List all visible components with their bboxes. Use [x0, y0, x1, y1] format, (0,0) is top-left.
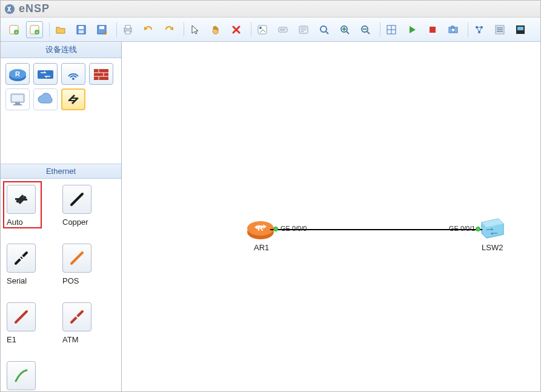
new-topology-button[interactable]: +: [5, 21, 22, 38]
interface-list-button[interactable]: [512, 21, 529, 38]
wireless-category[interactable]: [61, 63, 85, 85]
interface-label-left: GE 0/0/0: [280, 225, 307, 232]
svg-rect-21: [279, 27, 287, 32]
svg-line-29: [326, 32, 328, 34]
serial-cable[interactable]: Serial: [7, 244, 43, 285]
main-toolbar: + +: [1, 18, 540, 42]
copper-cable[interactable]: Copper: [62, 185, 99, 227]
zoom-out-button[interactable]: [357, 21, 374, 38]
svg-rect-14: [125, 25, 130, 28]
cable-palette: Auto Copper Serial POS E1: [1, 179, 121, 392]
cloud-category[interactable]: [33, 88, 58, 110]
atm-cable[interactable]: ATM: [62, 302, 99, 344]
save-button[interactable]: [73, 21, 90, 38]
svg-point-28: [320, 26, 327, 32]
pointer-button[interactable]: [187, 21, 204, 38]
topology-canvas[interactable]: R GE 0/0/0 GE 0/0/1 AR1 LSW2: [122, 42, 540, 391]
redo-button[interactable]: [161, 21, 178, 38]
grid-toggle-button[interactable]: [383, 21, 400, 38]
svg-rect-44: [451, 26, 454, 28]
stop-devices-button[interactable]: [424, 21, 441, 38]
svg-point-43: [451, 28, 455, 32]
svg-point-20: [259, 27, 262, 29]
palette-button[interactable]: [254, 21, 271, 38]
svg-text:+: +: [36, 30, 38, 35]
node-label-router: AR1: [254, 243, 269, 252]
node-label-switch: LSW2: [482, 243, 503, 252]
svg-rect-68: [13, 104, 22, 105]
cables-panel-header: Ethernet: [1, 164, 121, 179]
svg-rect-59: [94, 69, 108, 80]
svg-rect-41: [430, 27, 436, 33]
cable-label: Copper: [62, 218, 88, 227]
svg-line-31: [347, 32, 349, 34]
svg-marker-40: [410, 26, 416, 33]
svg-rect-53: [517, 27, 523, 30]
link-endpoint-left: [273, 227, 278, 231]
cable-label: Serial: [7, 276, 27, 285]
new-topology-alt-button[interactable]: +: [26, 21, 43, 38]
svg-rect-15: [125, 31, 130, 34]
switch-node[interactable]: [479, 216, 506, 241]
undo-button[interactable]: [140, 21, 157, 38]
svg-point-58: [72, 78, 75, 80]
svg-rect-49: [497, 27, 503, 28]
svg-line-35: [367, 32, 370, 34]
svg-rect-12: [99, 26, 104, 29]
app-title: eNSP: [19, 2, 50, 15]
zoom-fit-button[interactable]: [316, 21, 333, 38]
device-category-grid: R: [1, 58, 121, 164]
svg-text:R: R: [15, 70, 20, 78]
cable-label: POS: [62, 276, 79, 285]
devices-panel-header: 设备连线: [1, 42, 121, 58]
svg-line-77: [71, 253, 82, 264]
cable-label: ATM: [62, 335, 78, 344]
app-logo-icon: [4, 4, 15, 15]
svg-text:+: +: [15, 30, 18, 35]
firewall-category[interactable]: [89, 63, 113, 85]
svg-text:R: R: [257, 224, 264, 233]
connection-category[interactable]: [61, 88, 85, 110]
pc-category[interactable]: [5, 88, 30, 110]
svg-rect-50: [497, 29, 503, 30]
pos-cable[interactable]: POS: [62, 244, 99, 285]
svg-marker-18: [192, 25, 198, 34]
sidebar: 设备连线 R: [1, 42, 122, 391]
export-topology-button[interactable]: [471, 21, 488, 38]
svg-rect-67: [15, 102, 20, 104]
router-node[interactable]: R: [246, 216, 275, 241]
ctl-cable[interactable]: CTL: [7, 361, 43, 392]
switch-category[interactable]: [33, 63, 58, 85]
hand-button[interactable]: [207, 21, 224, 38]
titlebar: eNSP: [1, 1, 540, 18]
svg-rect-51: [497, 31, 503, 32]
cable-label: E1: [7, 335, 16, 344]
text-note-area-button[interactable]: [295, 21, 312, 38]
svg-line-78: [16, 311, 27, 322]
cable-label: Auto: [7, 218, 23, 227]
print-button[interactable]: [119, 21, 136, 38]
svg-rect-10: [79, 30, 84, 33]
capture-button[interactable]: [445, 21, 462, 38]
start-devices-button[interactable]: [403, 21, 420, 38]
save-as-button[interactable]: [93, 21, 110, 38]
link-endpoint-right: [476, 227, 480, 231]
text-note-button[interactable]: [274, 21, 291, 38]
options-button[interactable]: [491, 21, 508, 38]
svg-rect-57: [38, 70, 53, 79]
router-category[interactable]: R: [5, 63, 30, 85]
interface-label-right: GE 0/0/1: [449, 225, 475, 232]
e1-cable[interactable]: E1: [7, 302, 43, 344]
svg-rect-9: [79, 26, 84, 29]
delete-button[interactable]: [228, 21, 245, 38]
svg-marker-7: [56, 27, 65, 33]
svg-line-73: [71, 194, 82, 205]
svg-rect-66: [12, 95, 23, 101]
zoom-in-button[interactable]: [336, 21, 353, 38]
svg-marker-71: [16, 194, 27, 203]
auto-cable[interactable]: Auto: [7, 185, 43, 227]
svg-rect-19: [258, 25, 267, 34]
svg-marker-72: [15, 196, 27, 204]
open-button[interactable]: [52, 21, 69, 38]
svg-line-74: [16, 253, 27, 264]
